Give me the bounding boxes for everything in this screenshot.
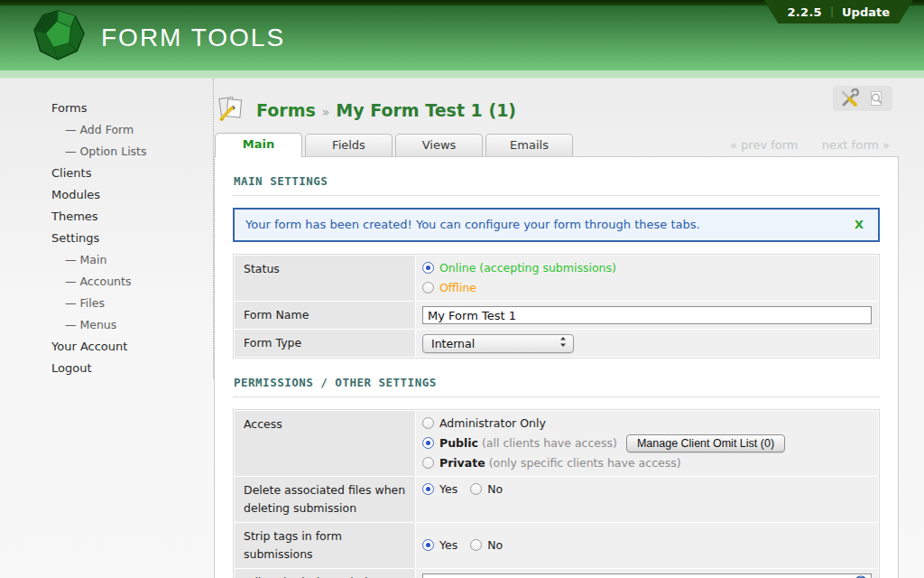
sidebar-item-forms[interactable]: Forms — [51, 98, 213, 119]
delete-files-label: Delete associated files when deleting su… — [235, 477, 415, 522]
strip-tags-label: Strip tags in form submissions — [235, 523, 415, 568]
access-row: Access Administrator Only Public (all cl… — [235, 411, 878, 476]
form-name-input[interactable] — [422, 306, 872, 324]
version-number: 2.2.5 — [787, 5, 822, 19]
main-tab-panel: MAIN SETTINGS Your form has been created… — [214, 156, 899, 578]
access-public-radio[interactable] — [422, 437, 434, 449]
strip-tags-row: Strip tags in form submissions YesNo — [235, 523, 878, 568]
delete-files-row: Delete associated files when deleting su… — [235, 477, 878, 522]
page-action-icons — [833, 86, 892, 111]
form-type-label: Form Type — [235, 330, 415, 357]
sidebar: Forms — Add Form — Option Lists Clients … — [0, 79, 214, 378]
form-name-row: Form Name — [235, 302, 878, 329]
access-private-radio[interactable] — [422, 457, 434, 469]
permissions-heading: PERMISSIONS / OTHER SETTINGS — [233, 374, 880, 397]
sidebar-item-settings-main[interactable]: — Main — [51, 249, 213, 271]
status-label: Status — [235, 256, 415, 301]
sidebar-item-files[interactable]: — Files — [51, 293, 213, 314]
tools-icon[interactable] — [839, 89, 859, 108]
form-created-notification: Your form has been created! You can conf… — [233, 208, 880, 242]
form-tools-logo-icon — [31, 9, 88, 65]
delete-files-no-radio[interactable] — [470, 483, 482, 495]
notification-close-icon[interactable]: X — [851, 218, 867, 231]
next-form-link[interactable]: next form » — [822, 138, 890, 152]
tab-fields[interactable]: Fields — [305, 134, 393, 157]
edit-submission-label-label: Edit Submission Label — [235, 569, 415, 578]
version-separator: | — [830, 5, 834, 18]
brand-title: FORM TOOLS — [101, 23, 285, 52]
prev-form-link[interactable]: « prev form — [730, 138, 799, 152]
breadcrumb: Forms»My Form Test 1 (1) — [217, 95, 911, 126]
breadcrumb-forms-link[interactable]: Forms — [256, 100, 316, 120]
tab-emails[interactable]: Emails — [485, 134, 573, 157]
content-area: Forms»My Form Test 1 (1) MainFieldsViews… — [214, 79, 924, 578]
sidebar-item-accounts[interactable]: — Accounts — [51, 271, 213, 293]
strip-tags-yes-radio[interactable] — [422, 539, 434, 551]
sidebar-item-modules[interactable]: Modules — [51, 184, 213, 206]
access-public-label[interactable]: Public — [439, 436, 478, 450]
access-private-label[interactable]: Private — [439, 456, 485, 470]
version-tab: 2.2.5 | Update — [763, 0, 913, 23]
tab-bar: MainFieldsViewsEmails « prev form next f… — [215, 133, 911, 157]
preview-form-icon[interactable] — [866, 89, 886, 108]
tab-main[interactable]: Main — [215, 133, 302, 157]
sidebar-item-settings[interactable]: Settings — [51, 228, 213, 249]
access-private-note: (only specific clients have access) — [489, 456, 681, 470]
access-admin-label[interactable]: Administrator Only — [439, 416, 546, 430]
manage-client-omit-list-button[interactable]: Manage Client Omit List (0) — [626, 434, 785, 452]
access-label: Access — [235, 411, 415, 476]
edit-submission-label-row: Edit Submission Label — [235, 569, 878, 578]
form-pager: « prev form next form » — [710, 138, 890, 152]
status-online-radio[interactable] — [422, 262, 434, 274]
update-link[interactable]: Update — [842, 5, 890, 19]
form-name-label: Form Name — [235, 302, 415, 329]
status-row: Status Online (accepting submissions) Of… — [235, 256, 878, 301]
page-title: My Form Test 1 (1) — [336, 100, 516, 120]
sidebar-item-clients[interactable]: Clients — [51, 163, 213, 184]
sidebar-item-option-lists[interactable]: — Option Lists — [51, 141, 213, 163]
strip-tags-yes-label[interactable]: Yes — [439, 538, 457, 552]
strip-tags-no-label[interactable]: No — [487, 538, 503, 552]
form-type-selected-value: Internal — [431, 337, 475, 350]
select-arrows-icon — [559, 336, 567, 350]
access-public-note: (all clients have access) — [482, 436, 617, 450]
sidebar-item-themes[interactable]: Themes — [51, 206, 213, 228]
form-type-row: Form Type Internal — [235, 330, 878, 357]
main-settings-table: Status Online (accepting submissions) Of… — [233, 254, 880, 359]
breadcrumb-separator: » — [322, 105, 330, 119]
notification-message: Your form has been created! You can conf… — [245, 218, 851, 231]
status-online-label[interactable]: Online (accepting submissions) — [439, 261, 616, 275]
edit-form-icon — [217, 94, 245, 126]
status-offline-radio[interactable] — [422, 282, 434, 294]
permissions-table: Access Administrator Only Public (all cl… — [233, 409, 880, 578]
delete-files-yes-radio[interactable] — [422, 483, 434, 495]
sidebar-item-your-account[interactable]: Your Account — [51, 336, 213, 358]
delete-files-yes-label[interactable]: Yes — [439, 482, 457, 496]
edit-submission-label-input[interactable] — [422, 573, 872, 578]
delete-files-no-label[interactable]: No — [487, 482, 503, 496]
strip-tags-no-radio[interactable] — [470, 539, 482, 551]
sidebar-item-menus[interactable]: — Menus — [51, 314, 213, 336]
form-type-select[interactable]: Internal — [422, 334, 574, 353]
tab-views[interactable]: Views — [395, 134, 483, 157]
header-accent-strip — [0, 70, 924, 79]
sidebar-item-logout[interactable]: Logout — [51, 358, 213, 379]
main-settings-heading: MAIN SETTINGS — [233, 172, 880, 196]
sidebar-item-add-form[interactable]: — Add Form — [51, 119, 213, 141]
access-admin-radio[interactable] — [422, 417, 434, 429]
status-offline-label[interactable]: Offline — [439, 281, 476, 294]
